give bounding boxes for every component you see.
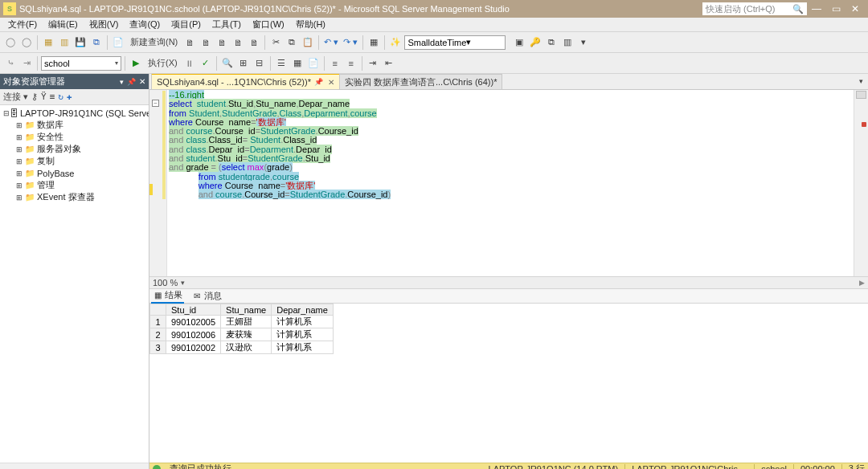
table-cell[interactable]: 麦获臻	[221, 328, 272, 341]
tree-node[interactable]: ⊞PolyBase	[0, 167, 149, 179]
opt1-icon[interactable]: ▣	[512, 35, 526, 51]
new-query-icon[interactable]: 📄	[111, 35, 125, 51]
cancel-icon[interactable]: ✓	[199, 55, 213, 71]
indent-icon[interactable]: ⇥	[366, 55, 380, 71]
panel-pin-icon[interactable]: 📌	[127, 78, 136, 86]
save-icon[interactable]: 💾	[73, 35, 88, 51]
outdent-icon[interactable]: ⇤	[382, 55, 396, 71]
connect-button[interactable]: 连接 ▾	[3, 91, 28, 103]
tree-node[interactable]: ⊞数据库	[0, 119, 149, 131]
editor-hscroll-right-icon[interactable]: ▶	[859, 279, 865, 287]
uncomment-icon[interactable]: ≡	[344, 55, 358, 71]
comment-icon[interactable]: ≡	[328, 55, 342, 71]
wand-icon[interactable]: ✨	[388, 35, 403, 51]
query-type2-icon[interactable]: 🗎	[199, 35, 213, 51]
refresh-icon[interactable]: ≡	[50, 92, 55, 102]
menu-view[interactable]: 视图(V)	[84, 18, 124, 31]
parse-icon[interactable]: 🔍	[220, 55, 235, 71]
result-tab-messages[interactable]: ✉ 消息	[190, 289, 223, 303]
result-grid-icon[interactable]: ▦	[290, 55, 305, 71]
menu-help[interactable]: 帮助(H)	[291, 18, 330, 31]
result-file-icon[interactable]: 📄	[306, 55, 321, 71]
redo-icon[interactable]: ↷ ▾	[342, 35, 359, 51]
type-combo[interactable]: SmalldateTime ▾	[404, 35, 506, 50]
opt2-icon[interactable]: 🔑	[528, 35, 542, 51]
panel-close-icon[interactable]: ✕	[139, 77, 145, 86]
result-tab-grid[interactable]: ▦ 结果	[151, 288, 184, 304]
table-row[interactable]: 1990102005王媚甜计算机系	[150, 316, 334, 328]
table-row[interactable]: 3990102002汉逊欣计算机系	[150, 341, 334, 354]
code-content[interactable]: --16.rightselect student.Stu_id,Stu_name…	[167, 90, 854, 276]
tree-node[interactable]: ⊞安全性	[0, 131, 149, 143]
query-type-icon[interactable]: 🗎	[182, 35, 197, 51]
menu-project[interactable]: 项目(P)	[166, 18, 206, 31]
tree-root[interactable]: ⊟ LAPTOP-JR91Q1NC (SQL Server 14.0.	[0, 107, 149, 119]
table-cell[interactable]: 计算机系	[272, 316, 334, 328]
zoom-dropdown-icon[interactable]: ▾	[181, 279, 185, 287]
table-cell[interactable]: 990102002	[166, 341, 221, 354]
copy-icon[interactable]: ⧉	[285, 35, 299, 51]
minimize-button[interactable]: —	[807, 1, 826, 17]
results-grid[interactable]: Stu_idStu_nameDepar_name1990102005王媚甜计算机…	[149, 304, 868, 354]
table-cell[interactable]: 汉逊欣	[221, 341, 272, 354]
nav-fwd-button[interactable]: ◯	[19, 35, 34, 51]
column-header[interactable]: Stu_id	[166, 304, 221, 316]
opt3-icon[interactable]: ⧉	[544, 35, 559, 51]
grid-icon[interactable]: ▦	[366, 35, 381, 51]
table-cell[interactable]: 计算机系	[272, 341, 334, 354]
undo-icon[interactable]: ↶ ▾	[322, 35, 340, 51]
tab-pin-icon[interactable]: 📌	[314, 78, 323, 86]
tab-close-icon[interactable]: ✕	[328, 78, 334, 87]
close-button[interactable]: ✕	[845, 1, 865, 17]
maximize-button[interactable]: ▭	[826, 1, 845, 17]
query-type4-icon[interactable]: 🗎	[231, 35, 245, 51]
arrow-icon[interactable]: ⤷	[3, 55, 18, 71]
stop-icon[interactable]: ↻	[58, 92, 63, 102]
table-cell[interactable]: 计算机系	[272, 328, 334, 341]
debug-icon[interactable]: ⏸	[182, 55, 197, 71]
nav-back-button[interactable]: ◯	[3, 35, 18, 51]
tree-node[interactable]: ⊞XEvent 探查器	[0, 191, 149, 203]
column-header[interactable]: Depar_name	[272, 304, 334, 316]
opt4-icon[interactable]: ▥	[560, 35, 575, 51]
code-scrollbar[interactable]	[854, 90, 868, 276]
save-all-icon[interactable]: ⧉	[89, 35, 104, 51]
paste-icon[interactable]: 📋	[301, 35, 315, 51]
new-query-button[interactable]: 新建查询(N)	[127, 35, 181, 51]
disconnect-icon[interactable]: ⇥	[19, 55, 34, 71]
fold-icon[interactable]: −	[152, 100, 159, 107]
menu-query[interactable]: 查询(Q)	[125, 18, 165, 31]
menu-tools[interactable]: 工具(T)	[207, 18, 246, 31]
query-type3-icon[interactable]: 🗎	[215, 35, 229, 51]
table-row[interactable]: 2990102006麦获臻计算机系	[150, 328, 334, 341]
cut-icon[interactable]: ✂	[268, 35, 283, 51]
code-editor[interactable]: − --16.rightselect student.Stu_id,Stu_na…	[149, 90, 868, 276]
ytick-icon[interactable]: Ÿ	[41, 92, 47, 102]
tree-node[interactable]: ⊞管理	[0, 179, 149, 191]
tab-active[interactable]: SQLshiyan4.sql - ...1Q1NC\Chris (52))* 📌…	[151, 74, 340, 89]
opt5-icon[interactable]: ▾	[576, 35, 591, 51]
tabs-overflow-icon[interactable]: ▾	[854, 74, 868, 89]
split-handle-icon[interactable]	[856, 91, 866, 99]
query-type5-icon[interactable]: 🗎	[247, 35, 261, 51]
menu-window[interactable]: 窗口(W)	[248, 18, 289, 31]
object-explorer-scrollbar[interactable]	[0, 463, 149, 469]
result-text-icon[interactable]: ☰	[274, 55, 289, 71]
table-cell[interactable]: 990102006	[166, 328, 221, 341]
menu-file[interactable]: 文件(F)	[3, 18, 42, 31]
tree-node[interactable]: ⊞复制	[0, 155, 149, 167]
open-icon[interactable]: ▥	[57, 35, 72, 51]
db-combo[interactable]: school ▾	[41, 56, 121, 71]
stats-icon[interactable]: ⊟	[252, 55, 267, 71]
execute-icon[interactable]: ▶	[129, 55, 143, 71]
panel-dropdown-icon[interactable]: ▾	[120, 78, 124, 86]
table-cell[interactable]: 990102005	[166, 316, 221, 328]
column-header[interactable]: Stu_name	[221, 304, 272, 316]
execute-button[interactable]: 执行(X)	[145, 55, 181, 71]
object-tree[interactable]: ⊟ LAPTOP-JR91Q1NC (SQL Server 14.0. ⊞数据库…	[0, 105, 149, 463]
zoom-value[interactable]: 100 %	[153, 278, 178, 288]
tab-other[interactable]: 实验四 数据库查询语言...C\Chris (64))*	[339, 74, 502, 89]
tree-node[interactable]: ⊞服务器对象	[0, 143, 149, 155]
new-project-icon[interactable]: ▦	[41, 35, 55, 51]
plan-icon[interactable]: ⊞	[236, 55, 251, 71]
